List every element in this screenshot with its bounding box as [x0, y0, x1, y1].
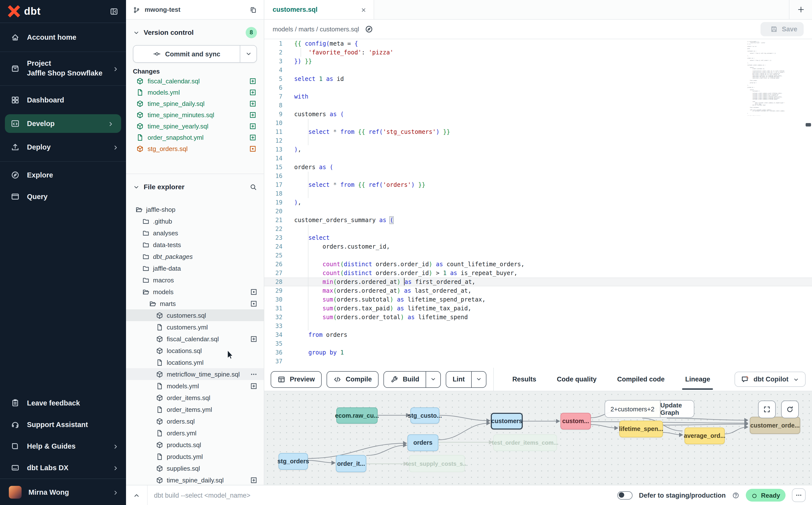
tab-customers-sql[interactable]: customers.sql	[264, 0, 374, 19]
lint-button[interactable]: Lint	[446, 371, 486, 387]
copy-icon[interactable]	[250, 6, 257, 13]
tree-item-order-items-yml[interactable]: order_items.yml	[126, 403, 264, 415]
lineage-node-order-items[interactable]: order_it...	[336, 455, 366, 472]
tree-item-fiscal-calendar-sql[interactable]: fiscal_calendar.sql	[126, 333, 264, 345]
commit-and-sync-button[interactable]: Commit and sync	[133, 45, 257, 63]
code-editor[interactable]: 1{{ config(meta = {2 'favorite_food': 'p…	[264, 39, 812, 368]
tree-item-customers-sql[interactable]: customers.sql	[126, 309, 264, 321]
code-line-22: 22	[264, 224, 812, 233]
tree-item-locations-sql[interactable]: locations.sql	[126, 345, 264, 356]
file-explorer-title: File explorer	[144, 183, 185, 191]
build-dropdown-chevron	[426, 371, 440, 387]
tree-item-time-spine-daily-sql[interactable]: time_spine_daily.sql	[126, 474, 264, 485]
change-row-fiscal-calendar-sql[interactable]: fiscal_calendar.sql	[126, 75, 264, 87]
sidebar-item-dbt-labs-dx[interactable]: dbt Labs DX	[0, 457, 126, 479]
change-row-time-spine-daily-sql[interactable]: time_spine_daily.sql	[126, 98, 264, 109]
tree-item-data-tests[interactable]: data-tests	[126, 239, 264, 250]
lineage-node-stg-orders[interactable]: stg_orders	[279, 453, 308, 470]
tab-results[interactable]: Results	[512, 368, 536, 391]
sidebar-item-explore[interactable]: Explore	[0, 164, 126, 186]
refresh-icon[interactable]	[781, 400, 799, 418]
sidebar-item-support-assistant[interactable]: Support Assistant	[0, 414, 126, 436]
tree-item-jaffle-data[interactable]: jaffle-data	[126, 262, 264, 274]
tree-item-locations-yml[interactable]: locations.yml	[126, 356, 264, 368]
change-row-order-snapshot-yml[interactable]: order_snapshot.yml	[126, 132, 264, 143]
help-icon[interactable]	[732, 491, 740, 500]
tree-item-macros[interactable]: macros	[126, 274, 264, 286]
tree-item-jaffle-shop[interactable]: jaffle-shop	[126, 203, 264, 215]
lineage-node-test-order-items[interactable]: test_order_items_com...	[493, 435, 557, 451]
lineage-node-ecom-raw-customers[interactable]: ecom.raw_cu...	[336, 407, 377, 424]
user-menu[interactable]: Mirna Wong	[0, 479, 126, 505]
change-row-time-spine-minutes-sql[interactable]: time_spine_minutes.sql	[126, 109, 264, 121]
tree-item-models[interactable]: models	[126, 286, 264, 298]
command-input[interactable]: dbt build --select <model_name>	[148, 492, 617, 499]
lineage-node-customers[interactable]: customers	[491, 413, 523, 430]
update-graph-button[interactable]: Update Graph	[660, 400, 694, 417]
tree-item-analyses[interactable]: analyses	[126, 227, 264, 239]
sidebar-collapse-icon[interactable]	[110, 7, 118, 16]
tree-item-order-items-sql[interactable]: order_items.sql	[126, 392, 264, 403]
compass-icon[interactable]	[362, 25, 373, 33]
chevron-down-icon	[793, 375, 799, 383]
more-options-button[interactable]	[792, 488, 806, 502]
change-row-models-yml[interactable]: models.yml	[126, 87, 264, 98]
sidebar-item-deploy[interactable]: Deploy	[0, 135, 126, 159]
build-button[interactable]: Build	[384, 371, 441, 387]
commit-options-chevron[interactable]	[240, 46, 257, 62]
tree-item-orders-sql[interactable]: orders.sql	[126, 415, 264, 427]
tree-item-github[interactable]: .github	[126, 215, 264, 227]
tab-code-quality[interactable]: Code quality	[557, 368, 597, 391]
sidebar-item-dashboard[interactable]: Dashboard	[0, 88, 126, 112]
lineage-node-customers-downstream[interactable]: custom...	[560, 413, 591, 430]
tree-item-dbt-packages[interactable]: dbt_packages	[126, 250, 264, 262]
change-row-stg-orders-sql[interactable]: stg_orders.sql	[126, 143, 264, 154]
lineage-node-customer-orders[interactable]: customer_orde...	[750, 417, 800, 434]
lineage-node-stg-customers[interactable]: stg_custo...	[411, 407, 439, 424]
tree-item-models-yml[interactable]: models.yml	[126, 380, 264, 392]
tab-lineage[interactable]: Lineage	[685, 368, 710, 391]
sidebar-item-query[interactable]: Query	[0, 186, 126, 207]
compile-button[interactable]: Compile	[327, 371, 379, 387]
tree-item-supplies-sql[interactable]: supplies.sql	[126, 462, 264, 474]
code-line-3: 3}) }}	[264, 57, 812, 66]
version-control-header[interactable]: Version control 8	[133, 25, 257, 39]
tree-item-customers-yml[interactable]: customers.yml	[126, 321, 264, 333]
lineage-node-orders[interactable]: orders	[408, 435, 438, 451]
lineage-node-test-supply-costs[interactable]: test_supply_costs_s...	[409, 455, 465, 472]
chevron-up-icon[interactable]	[126, 485, 148, 505]
save-button[interactable]: Save	[761, 22, 804, 36]
code-line-15: 15orders as (	[264, 163, 812, 172]
file-explorer-header[interactable]: File explorer	[133, 180, 257, 194]
code-line-12: 12	[264, 136, 812, 145]
tree-item-marts[interactable]: marts	[126, 298, 264, 309]
preview-button[interactable]: Preview	[271, 371, 322, 387]
sidebar-item-leave-feedback[interactable]: Leave feedback	[0, 392, 126, 414]
tree-item-products-yml[interactable]: products.yml	[126, 451, 264, 462]
sidebar-item-account-home[interactable]: Account home	[0, 25, 126, 49]
fullscreen-icon[interactable]	[758, 400, 776, 418]
lineage-node-average-order[interactable]: average_ord...	[684, 428, 725, 444]
search-icon[interactable]	[250, 182, 257, 191]
tree-item-products-sql[interactable]: products.sql	[126, 439, 264, 451]
tree-item-metricflow-time-spine-sql[interactable]: metricflow_time_spine.sql	[126, 368, 264, 380]
lineage-panel[interactable]: ecom.raw_cu...stg_custo...customerscusto…	[264, 391, 812, 487]
sidebar-item-develop[interactable]: Develop	[5, 114, 121, 133]
lineage-selector-box: 2+customers+2 Update Graph	[605, 400, 694, 418]
sidebar-item-project[interactable]: ProjectJaffle Shop Snowflake	[0, 54, 126, 83]
close-icon[interactable]	[360, 6, 367, 13]
lineage-node-lifetime-spend[interactable]: lifetime_spen...	[619, 421, 663, 437]
mouse-cursor	[227, 350, 233, 361]
code-line-11: 11 select * from {{ ref('stg_customers')…	[264, 128, 812, 136]
tree-item-orders-yml[interactable]: orders.yml	[126, 427, 264, 439]
code-line-19: 19),	[264, 198, 812, 207]
tab-compiled-code[interactable]: Compiled code	[617, 368, 665, 391]
lineage-selector-input[interactable]: 2+customers+2	[605, 400, 660, 417]
dot-badge-icon	[249, 145, 257, 153]
code-line-23: 23 select	[264, 233, 812, 242]
new-tab-button[interactable]	[789, 0, 812, 19]
dbt-copilot-button[interactable]: dbt Copilot	[735, 372, 806, 387]
sidebar-item-help-guides[interactable]: Help & Guides	[0, 436, 126, 457]
defer-toggle[interactable]	[617, 491, 633, 499]
change-row-time-spine-yearly-sql[interactable]: time_spine_yearly.sql	[126, 121, 264, 132]
